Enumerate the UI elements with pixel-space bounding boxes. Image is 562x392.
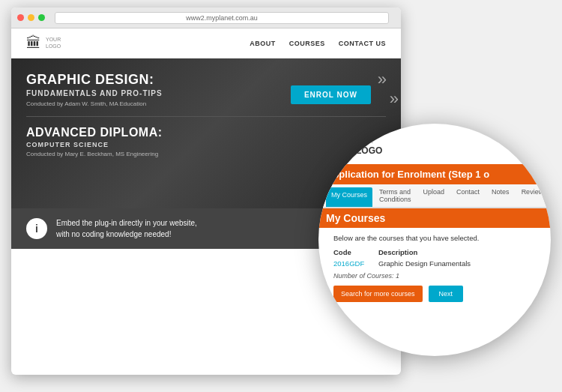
popup-inner: 🏛 your LOGO Application for Enrolment (S… xyxy=(318,124,551,356)
tab-notes[interactable]: Notes xyxy=(486,184,515,207)
tab-my-courses[interactable]: My Courses xyxy=(326,187,372,207)
tab-terms[interactable]: Terms andConditions xyxy=(374,184,417,207)
section-divider xyxy=(26,116,386,117)
num-courses: Number of Courses: 1 xyxy=(333,272,536,280)
hero-content: GRAPHIC DESIGN: FUNDAMENTALS AND PRO-TIP… xyxy=(26,72,386,157)
my-courses-heading: My Courses xyxy=(318,208,551,228)
course2-instructor: Conducted by Mary E. Beckham, MS Enginee… xyxy=(26,151,386,157)
browser-chrome: www2.myplanet.com.au xyxy=(11,7,401,28)
next-button[interactable]: Next xyxy=(429,286,464,302)
arrow-down: » xyxy=(390,91,399,107)
info-icon: i xyxy=(26,218,47,239)
site-nav: ABOUT COURSES CONTACT US xyxy=(250,40,386,47)
logo-icon: 🏛 xyxy=(26,34,41,52)
tab-contact[interactable]: Contact xyxy=(451,184,485,207)
courses-description: Below are the courses that you have sele… xyxy=(333,234,536,242)
course-description: Graphic Design Funamentals xyxy=(378,258,536,269)
course2-subtitle: COMPUTER SCIENCE xyxy=(26,141,386,148)
col-description: Description xyxy=(378,247,536,258)
arrow-container: » » xyxy=(378,71,399,107)
nav-contact[interactable]: CONTACT US xyxy=(339,40,386,47)
course2-title: ADVANCED DIPLOMA: xyxy=(26,126,386,139)
site-header: 🏛 your LOGO ABOUT COURSES CONTACT US xyxy=(11,28,401,58)
browser-dot-green xyxy=(38,14,45,21)
tab-upload[interactable]: Upload xyxy=(418,184,450,207)
enrol-button[interactable]: ENROL NOW xyxy=(291,85,371,104)
browser-url: www2.myplanet.com.au xyxy=(55,12,389,24)
logo-area: 🏛 your LOGO xyxy=(26,34,61,52)
popup-content: Below are the courses that you have sele… xyxy=(333,228,536,308)
step-title: Application for Enrolment (Step 1 o xyxy=(318,164,551,184)
search-more-button[interactable]: Search for more courses xyxy=(333,286,423,302)
popup-tabs: My Courses Terms andConditions Upload Co… xyxy=(318,184,551,208)
footer-text: Embed the plug-in directly in your websi… xyxy=(56,217,197,240)
popup-buttons: Search for more courses Next xyxy=(333,286,536,302)
table-row: 2016GDF Graphic Design Funamentals xyxy=(333,258,536,269)
arrow-right: » xyxy=(378,71,399,88)
tab-payment[interactable]: PaymentMethod xyxy=(550,184,551,207)
browser-dot-red xyxy=(17,14,24,21)
tab-review[interactable]: Review xyxy=(516,184,549,207)
popup-circle: 🏛 your LOGO Application for Enrolment (S… xyxy=(318,124,551,356)
col-code: Code xyxy=(333,247,378,258)
course-code: 2016GDF xyxy=(333,258,378,269)
course-table: Code Description 2016GDF Graphic Design … xyxy=(333,247,536,269)
nav-about[interactable]: ABOUT xyxy=(250,40,276,47)
logo-text: your LOGO xyxy=(46,37,61,49)
nav-courses[interactable]: COURSES xyxy=(289,40,325,47)
browser-dot-yellow xyxy=(28,14,34,21)
